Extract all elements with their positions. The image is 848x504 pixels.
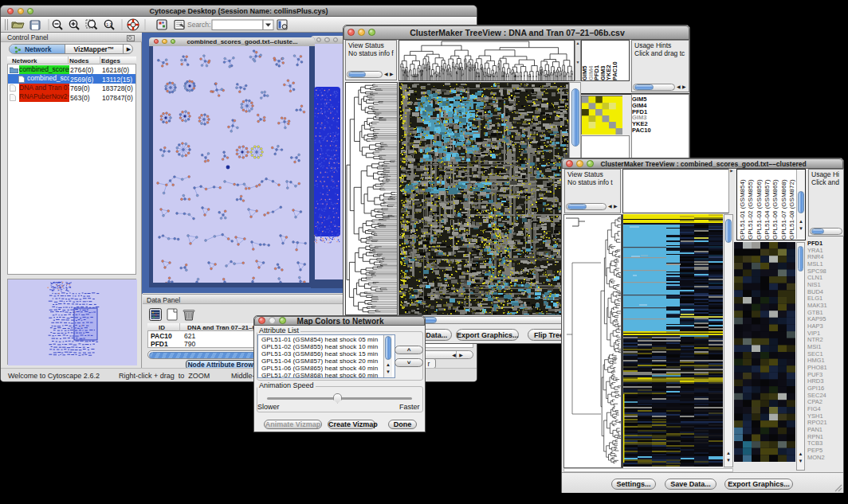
svg-text:1:1: 1:1 <box>106 22 112 27</box>
svg-text:GPL51-03 (GSM856): GPL51-03 (GSM856) <box>756 179 763 240</box>
svg-text:GPL51-02 (GSM855): GPL51-02 (GSM855) <box>747 179 754 240</box>
svg-text:GPL51-01 (GSM854): GPL51-01 (GSM854) <box>739 179 746 240</box>
svg-text:Search:: Search: <box>187 21 210 29</box>
svg-text:GPL51-07 (GSM868): GPL51-07 (GSM868) <box>780 179 787 240</box>
svg-text:GPL51-06 (GSM865): GPL51-06 (GSM865) <box>771 179 779 240</box>
svg-text:PAC10: PAC10 <box>611 61 618 80</box>
svg-text:GPL51-08 (GSM872): GPL51-08 (GSM872) <box>788 179 795 240</box>
svg-text:GPL51-04 (GSM857): GPL51-04 (GSM857) <box>764 179 771 240</box>
